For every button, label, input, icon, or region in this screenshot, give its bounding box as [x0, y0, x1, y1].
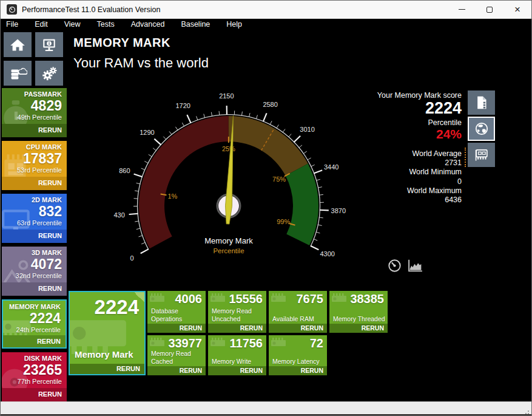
menu-tests[interactable]: Tests: [97, 19, 115, 29]
svg-text:3870: 3870: [331, 207, 346, 214]
minimize-button[interactable]: [448, 1, 476, 18]
report-button[interactable]: [468, 90, 495, 115]
app-icon: [7, 4, 17, 15]
rerun-button[interactable]: RERUN: [269, 324, 327, 333]
svg-text:0: 0: [130, 254, 134, 262]
rerun-button[interactable]: RERUN: [70, 364, 144, 374]
svg-text:4300: 4300: [320, 250, 334, 257]
result-label: Memory Read Uncached: [212, 307, 264, 322]
titlebar: PerformanceTest 11.0 Evaluation Version …: [1, 1, 531, 19]
menu-advanced[interactable]: Advanced: [131, 19, 165, 29]
ram-icon: [270, 292, 288, 307]
result-tile-memory-read-uncached[interactable]: 15556 Memory Read Uncached RERUN: [208, 291, 266, 333]
svg-text:1%: 1%: [167, 193, 177, 200]
sidebar-tile-passmark[interactable]: PASSMARK 4829 49th Percentile RERUN: [2, 88, 67, 137]
result-tile-available-ram[interactable]: 7675 Available RAM RERUN: [269, 291, 327, 333]
rerun-label: RERUN: [240, 324, 263, 332]
server-button[interactable]: [4, 61, 32, 86]
rerun-button[interactable]: RERUN: [3, 335, 66, 347]
sidebar-tile-disk-mark[interactable]: DISK MARK 23265 77th Percentile RERUN: [2, 352, 67, 401]
stat-label: World Minimum: [322, 168, 462, 177]
tile-label: 2D MARK: [32, 196, 62, 203]
svg-text:1720: 1720: [175, 102, 190, 109]
rerun-label: RERUN: [301, 367, 323, 374]
rerun-button[interactable]: RERUN: [2, 124, 67, 137]
rerun-button[interactable]: RERUN: [147, 366, 206, 375]
rerun-button[interactable]: RERUN: [208, 366, 266, 375]
rerun-button[interactable]: RERUN: [269, 366, 327, 375]
tile-percentile: 63rd Percentile: [17, 219, 62, 227]
rerun-button[interactable]: RERUN: [2, 282, 67, 296]
svg-text:2150: 2150: [219, 92, 234, 100]
rerun-button[interactable]: RERUN: [147, 324, 206, 333]
system-info-icon: [39, 36, 59, 54]
home-button[interactable]: [4, 32, 32, 57]
result-tile-memory-write[interactable]: 11756 Memory Write RERUN: [208, 335, 266, 375]
rerun-button[interactable]: RERUN: [329, 324, 388, 333]
svg-text:1290: 1290: [140, 129, 154, 136]
hardware-info-button[interactable]: [468, 143, 495, 167]
resize-grip[interactable]: [528, 411, 529, 412]
rerun-button[interactable]: RERUN: [2, 388, 67, 401]
tile-label: PASSMARK: [24, 90, 62, 98]
result-label: Available RAM: [272, 315, 325, 322]
percentile-value: 24%: [322, 127, 462, 142]
menu-baseline[interactable]: Baseline: [181, 19, 210, 29]
world-compare-button[interactable]: [468, 117, 495, 141]
tile-value: 4829: [31, 98, 62, 114]
chart-view-icon[interactable]: [407, 259, 423, 273]
tile-label: CPU MARK: [26, 143, 62, 151]
system-info-button[interactable]: [35, 32, 63, 57]
gauge-view-icon[interactable]: [388, 259, 402, 273]
rerun-button[interactable]: RERUN: [2, 230, 67, 243]
rerun-label: RERUN: [38, 390, 62, 398]
menu-file[interactable]: File: [6, 19, 18, 29]
svg-text:2580: 2580: [263, 101, 277, 108]
result-value: 72: [310, 336, 323, 350]
result-label: Memory Threaded: [333, 315, 385, 322]
result-value: 11756: [229, 336, 263, 350]
svg-text:3010: 3010: [300, 126, 314, 133]
app-window: PerformanceTest 11.0 Evaluation Version …: [0, 0, 532, 416]
result-tile-memory-mark[interactable]: 2224 Memory Mark RERUN: [69, 291, 146, 375]
window-title: PerformanceTest 11.0 Evaluation Version: [22, 5, 448, 14]
result-tile-database-operations[interactable]: 4006 Database Operations RERUN: [147, 291, 206, 333]
globe-icon: [473, 120, 491, 138]
result-value: 33977: [168, 336, 202, 350]
stat-value: 6436: [322, 196, 462, 205]
svg-text:860: 860: [119, 167, 130, 174]
score-panel: Your Memory Mark score 2224 Percentile 2…: [322, 91, 462, 205]
ram-icon: [149, 336, 167, 351]
result-label: Memory Latency: [272, 358, 325, 365]
close-button[interactable]: ×: [503, 1, 531, 18]
ram-icon: [270, 336, 288, 351]
maximize-icon: [487, 7, 493, 13]
menu-help[interactable]: Help: [226, 19, 242, 29]
menu-view[interactable]: View: [64, 19, 81, 29]
tile-value: 832: [39, 203, 62, 220]
result-value: 38385: [350, 292, 384, 306]
result-value: 15556: [229, 292, 263, 306]
memory-mark-gauge: 0430860129017202150258030103440387043001…: [113, 87, 356, 275]
server-cloud-icon: [8, 64, 27, 83]
score-icon-buttons: [468, 90, 495, 167]
settings-button[interactable]: [35, 61, 63, 86]
sidebar-tile-2d-mark[interactable]: 2D MARK 832 63rd Percentile RERUN: [2, 194, 67, 243]
sidebar-tile-memory-mark[interactable]: MEMORY MARK 2224 24th Percentile RERUN: [2, 299, 67, 349]
result-tile-memory-latency[interactable]: 72 Memory Latency RERUN: [269, 335, 327, 375]
tile-value: 4072: [31, 256, 62, 273]
tile-percentile: 77th Percentile: [18, 378, 62, 385]
sidebar-tile-3d-mark[interactable]: 3D MARK 4072 32nd Percentile RERUN: [2, 247, 67, 296]
status-bar: [1, 401, 531, 414]
sidebar-tile-cpu-mark[interactable]: CPU MARK 17837 53rd Percentile RERUN: [2, 141, 67, 190]
result-tile-memory-threaded[interactable]: 38385 Memory Threaded RERUN: [329, 291, 388, 333]
rerun-label: RERUN: [38, 285, 62, 292]
document-icon: [473, 94, 491, 112]
rerun-button[interactable]: RERUN: [2, 177, 67, 190]
menu-edit[interactable]: Edit: [35, 19, 48, 29]
tile-label: DISK MARK: [24, 355, 62, 362]
rerun-label: RERUN: [38, 126, 62, 134]
result-tile-memory-read-cached[interactable]: 33977 Memory Read Cached RERUN: [147, 335, 206, 375]
maximize-button[interactable]: [476, 1, 503, 18]
rerun-button[interactable]: RERUN: [208, 324, 266, 333]
